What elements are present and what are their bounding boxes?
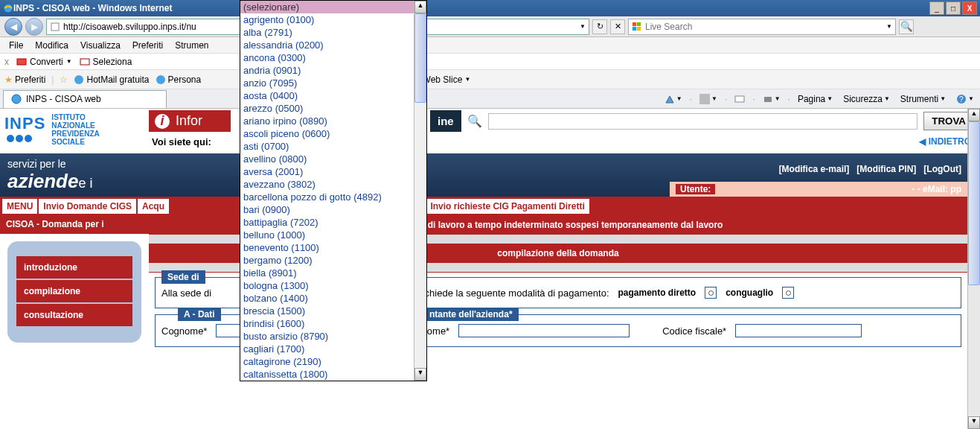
site-search-input[interactable] — [488, 113, 918, 130]
leftnav-introduzione[interactable]: introduzione — [16, 256, 132, 279]
dropdown-scroll-thumb[interactable] — [414, 13, 426, 103]
dropdown-option[interactable]: (selezionare) — [240, 1, 414, 13]
favorites-button[interactable]: ★Preferiti — [4, 74, 45, 85]
dropdown-option[interactable]: bolzano (1400) — [240, 292, 414, 305]
window-title: INPS - CISOA web - Windows Internet — [13, 3, 929, 13]
servizi-banner: servizi per le aziendee i [Modifica e-ma… — [0, 153, 967, 197]
scroll-track[interactable] — [968, 121, 980, 416]
rss-icon — [699, 94, 710, 104]
svg-rect-2 — [632, 22, 636, 26]
modifica-email-link[interactable]: [Modifica e-mail] — [779, 164, 850, 174]
help-button[interactable]: ?▼ — [953, 94, 977, 104]
dropdown-option[interactable]: aversa (2001) — [240, 165, 414, 178]
dropdown-option[interactable]: aosta (0400) — [240, 89, 414, 102]
select-icon — [80, 57, 90, 67]
menu-preferiti[interactable]: Preferiti — [126, 40, 169, 51]
dropdown-option[interactable]: alba (2791) — [240, 26, 414, 39]
cf-input[interactable] — [735, 324, 862, 337]
feeds-button[interactable]: ▼ — [696, 94, 720, 104]
tools-menu-button[interactable]: Strumenti▼ — [897, 94, 949, 104]
leftnav-consultazione[interactable]: consultazione — [16, 304, 132, 326]
dropdown-option[interactable]: battipaglia (7202) — [240, 216, 414, 229]
modifica-pin-link[interactable]: [Modifica PIN] — [856, 164, 916, 174]
dropdown-option[interactable]: benevento (1100) — [240, 241, 414, 254]
search-dropdown-icon[interactable]: ▼ — [886, 23, 892, 30]
security-menu-button[interactable]: Sicurezza▼ — [840, 94, 893, 104]
dropdown-option[interactable]: bologna (1300) — [240, 279, 414, 292]
dropdown-scroll-down[interactable]: ▼ — [414, 368, 426, 381]
dropdown-option[interactable]: barcellona pozzo di gotto (4892) — [240, 191, 414, 203]
fav-persona[interactable]: Persona — [156, 74, 202, 85]
minimize-button[interactable]: _ — [929, 1, 944, 15]
dropdown-option[interactable]: arezzo (0500) — [240, 102, 414, 115]
search-input[interactable] — [645, 22, 883, 32]
close-button[interactable]: X — [962, 1, 977, 15]
page-scrollbar[interactable]: ▲ ▼ — [967, 109, 980, 429]
scroll-up-button[interactable]: ▲ — [968, 109, 980, 121]
dropdown-option[interactable]: alessandria (0200) — [240, 39, 414, 51]
menu-visualizza[interactable]: Visualizza — [74, 40, 126, 51]
print-button[interactable]: ▼ — [760, 94, 784, 104]
forward-button[interactable]: ▶ — [25, 18, 43, 36]
dropdown-option[interactable]: anzio (7095) — [240, 77, 414, 89]
radio-pagamento-diretto[interactable] — [705, 287, 717, 299]
trova-button[interactable]: TROVA — [923, 112, 974, 130]
back-button[interactable]: ◀ — [4, 18, 22, 36]
dropdown-option[interactable]: brindisi (1600) — [240, 317, 414, 330]
converti-button[interactable]: Converti ▼ — [16, 57, 72, 67]
dropdown-scrollbar[interactable]: ▲ ▼ — [414, 1, 426, 381]
dropdown-option[interactable]: avellino (0800) — [240, 153, 414, 165]
dropdown-option[interactable]: caltagirone (2190) — [240, 355, 414, 368]
maximize-button[interactable]: □ — [946, 1, 961, 15]
dropdown-option[interactable]: ariano irpino (0890) — [240, 115, 414, 127]
search-box[interactable]: ▼ — [628, 19, 896, 35]
browser-tab[interactable]: INPS - CISOA web — [3, 90, 167, 108]
dropdown-option[interactable]: agrigento (0100) — [240, 13, 414, 26]
fav-suggested[interactable]: ☆ — [60, 74, 68, 85]
scroll-thumb[interactable] — [968, 121, 980, 285]
page-menu-button[interactable]: Pagina▼ — [795, 94, 836, 104]
dropdown-option[interactable]: bari (0900) — [240, 203, 414, 216]
url-dropdown-icon[interactable]: ▼ — [580, 23, 586, 30]
dropdown-option[interactable]: ancona (0300) — [240, 51, 414, 64]
dropdown-option[interactable]: asti (0700) — [240, 140, 414, 153]
dropdown-option[interactable]: belluno (1000) — [240, 229, 414, 241]
indietro-link[interactable]: ◀ INDIETRO — [919, 136, 971, 147]
scroll-down-button[interactable]: ▼ — [968, 416, 980, 429]
dropdown-option[interactable]: avezzano (3802) — [240, 178, 414, 191]
menu-file[interactable]: File — [3, 40, 29, 51]
menu-main[interactable]: MENU — [1, 198, 38, 214]
dropdown-option[interactable]: caltanissetta (1800) — [240, 368, 414, 381]
menu-strumenti[interactable]: Strumen — [169, 40, 214, 51]
menu-acqu[interactable]: Acqu — [137, 198, 170, 214]
dropdown-option[interactable]: andria (0901) — [240, 64, 414, 77]
inform-label: Infor — [176, 113, 202, 129]
dropdown-option[interactable]: cagliari (1700) — [240, 343, 414, 355]
refresh-button[interactable]: ↻ — [592, 19, 607, 34]
dropdown-option[interactable]: busto arsizio (8790) — [240, 330, 414, 343]
menu-invio-cigs[interactable]: Invio Domande CIGS — [38, 198, 137, 214]
fav-hotmail[interactable]: HotMail gratuita — [74, 74, 149, 85]
dropdown-option[interactable]: biella (8901) — [240, 267, 414, 279]
radio-conguaglio[interactable] — [782, 287, 794, 299]
close-toolbar-icon[interactable]: x — [4, 57, 9, 67]
nome-input[interactable] — [458, 324, 630, 337]
logout-link[interactable]: [LogOut] — [923, 164, 961, 174]
dropdown-option[interactable]: brescia (1500) — [240, 305, 414, 317]
cognome-label: Cognome* — [161, 325, 207, 337]
seleziona-button[interactable]: Seleziona — [80, 57, 132, 67]
search-go-button[interactable]: 🔍 — [899, 19, 914, 34]
leftnav-compilazione[interactable]: compilazione — [16, 280, 132, 302]
dropdown-scroll-up[interactable]: ▲ — [414, 1, 426, 13]
dropdown-option[interactable]: bergamo (1200) — [240, 254, 414, 267]
dropdown-scroll-track[interactable] — [414, 13, 426, 368]
sede-dropdown[interactable]: (selezionare)agrigento (0100)alba (2791)… — [240, 0, 427, 381]
home-button[interactable]: ▼ — [662, 94, 685, 104]
stop-button[interactable]: ✕ — [610, 19, 625, 34]
menu-modifica[interactable]: Modifica — [29, 40, 74, 51]
menu-invio-richieste[interactable]: Invio richieste CIG Pagamenti Diretti — [425, 198, 589, 214]
mail-button[interactable] — [731, 94, 748, 104]
dropdown-option[interactable]: ascoli piceno (0600) — [240, 127, 414, 140]
convert-icon — [16, 57, 27, 67]
svg-rect-11 — [699, 94, 710, 104]
